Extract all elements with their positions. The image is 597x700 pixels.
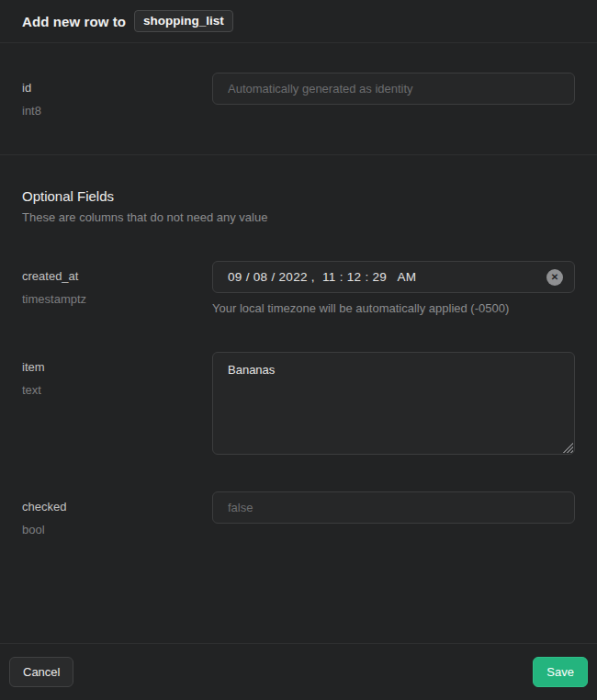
field-name-item: item	[22, 360, 212, 374]
field-labels-created-at: created_at timestamptz	[22, 261, 212, 306]
required-fields-section: id int8	[0, 43, 597, 154]
field-labels-id: id int8	[22, 73, 212, 118]
field-name-id: id	[22, 81, 212, 95]
save-button[interactable]: Save	[533, 657, 588, 688]
field-control-id	[212, 73, 575, 105]
field-row-item: item text Bananas	[22, 352, 575, 455]
field-name-created-at: created_at	[22, 269, 212, 283]
created-at-helper-text: Your local timezone will be automaticall…	[212, 301, 575, 315]
field-row-checked: checked bool	[22, 491, 575, 536]
created-at-value[interactable]: 09 / 08 / 2022 , 11 : 12 : 29 AM	[228, 270, 416, 284]
panel-header: Add new row to shopping_list	[0, 0, 597, 43]
checked-input[interactable]	[212, 491, 575, 524]
field-type-id: int8	[22, 104, 212, 118]
field-row-created-at: created_at timestamptz 09 / 08 / 2022 , …	[22, 261, 575, 315]
table-name-badge: shopping_list	[134, 10, 233, 32]
field-labels-item: item text	[22, 352, 212, 397]
panel-title: Add new row to	[22, 14, 126, 29]
created-at-datetime-input[interactable]: 09 / 08 / 2022 , 11 : 12 : 29 AM ✕	[212, 261, 575, 293]
circle-x-clear-icon[interactable]: ✕	[546, 269, 563, 286]
field-labels-checked: checked bool	[22, 491, 212, 536]
optional-fields-title: Optional Fields	[22, 188, 575, 204]
cancel-button[interactable]: Cancel	[9, 657, 73, 688]
panel-body: id int8 Optional Fields These are column…	[0, 43, 597, 643]
field-name-checked: checked	[22, 500, 212, 514]
field-type-created-at: timestamptz	[22, 292, 212, 306]
field-type-checked: bool	[22, 523, 212, 536]
field-control-created-at: 09 / 08 / 2022 , 11 : 12 : 29 AM ✕ Your …	[212, 261, 575, 315]
field-control-item: Bananas	[212, 352, 575, 455]
panel-footer: Cancel Save	[0, 643, 597, 700]
field-row-id: id int8	[22, 73, 575, 118]
optional-fields-description: These are columns that do not need any v…	[22, 210, 575, 224]
item-textarea[interactable]: Bananas	[212, 352, 575, 455]
field-type-item: text	[22, 383, 212, 397]
id-input[interactable]	[212, 73, 575, 105]
field-control-checked	[212, 491, 575, 524]
optional-fields-section: Optional Fields These are columns that d…	[0, 155, 597, 536]
